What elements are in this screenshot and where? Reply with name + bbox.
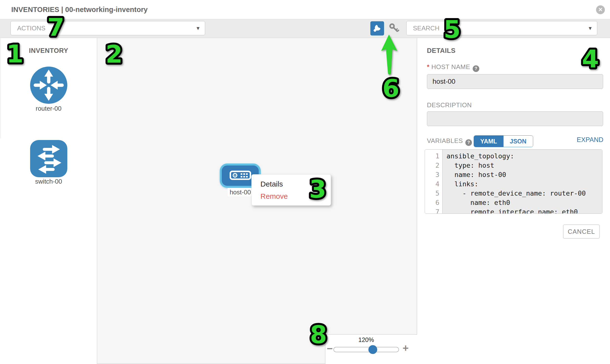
variables-label: VARIABLES <box>427 137 463 144</box>
code-line: type: host <box>446 161 602 170</box>
host-icon <box>229 170 251 182</box>
tools-button[interactable] <box>370 21 384 36</box>
code-line: ansible_topology: <box>446 152 602 161</box>
inventory-topology-app: INVENTORIES | 00-networking-inventory ✕ … <box>0 0 610 364</box>
host-name-label: HOST NAME <box>431 63 470 70</box>
sidebar-item-router[interactable] <box>30 66 67 104</box>
close-icon[interactable]: ✕ <box>596 5 605 14</box>
switch-label: switch-00 <box>0 178 97 185</box>
code-content: ansible_topology: type: host name: host-… <box>442 150 602 213</box>
switch-icon <box>30 174 67 178</box>
expand-link[interactable]: EXPAND <box>560 136 603 144</box>
sidebar-item-switch[interactable] <box>30 140 67 177</box>
variables-code-editor[interactable]: 1 2 3 4 5 6 7 ansible_topology: type: ho… <box>425 149 602 214</box>
context-menu-item-remove[interactable]: Remove <box>252 190 331 202</box>
context-menu-item-details[interactable]: Details <box>252 178 331 190</box>
actions-dropdown-label: ACTIONS <box>17 21 46 35</box>
variables-format-toggle: YAML JSON <box>474 135 533 147</box>
required-asterisk: * <box>427 63 429 70</box>
toggle-json-button[interactable]: JSON <box>504 136 533 147</box>
chevron-down-icon: ▾ <box>589 21 592 35</box>
key-icon <box>389 23 400 35</box>
page-title: INVENTORIES | 00-networking-inventory <box>11 0 148 19</box>
code-line: name: host-00 <box>446 170 602 180</box>
code-line-numbers: 1 2 3 4 5 6 7 <box>425 150 442 213</box>
actions-dropdown[interactable]: ACTIONS ▾ <box>11 21 205 35</box>
code-line: links: <box>446 180 602 189</box>
zoom-slider-track[interactable] <box>333 347 399 352</box>
context-menu: Details Remove <box>251 174 331 206</box>
help-icon[interactable]: ? <box>473 65 479 72</box>
cancel-button[interactable]: CANCEL <box>563 224 600 239</box>
toggle-yaml-button[interactable]: YAML <box>474 136 504 147</box>
zoom-in-button[interactable]: + <box>402 342 410 354</box>
zoom-slider-thumb[interactable] <box>368 345 377 354</box>
router-icon <box>30 100 67 104</box>
search-dropdown[interactable]: SEARCH ▾ <box>406 21 597 35</box>
title-bar: INVENTORIES | 00-networking-inventory ✕ <box>0 0 610 19</box>
variables-label-row: VARIABLES? <box>427 137 472 146</box>
description-input[interactable] <box>427 111 603 126</box>
zoom-level-value: 120% <box>333 336 399 343</box>
zoom-out-button[interactable]: − <box>325 343 334 354</box>
inventory-heading: INVENTORY <box>0 47 97 55</box>
code-line: - remote_device_name: router-00 <box>446 189 602 198</box>
router-label: router-00 <box>0 105 97 112</box>
chevron-down-icon: ▾ <box>196 21 199 35</box>
search-dropdown-label: SEARCH <box>413 21 439 35</box>
code-line: name: eth0 <box>446 198 602 207</box>
code-line: remote_interface_name: eth0 <box>446 207 602 214</box>
description-label: DESCRIPTION <box>427 101 472 109</box>
host-name-input[interactable] <box>427 74 603 89</box>
wrench-icon <box>373 24 381 33</box>
credentials-button[interactable] <box>388 23 400 35</box>
details-panel-title: DETAILS <box>427 47 455 55</box>
host-name-label-row: *HOST NAME? <box>427 63 479 72</box>
help-icon[interactable]: ? <box>465 139 472 146</box>
